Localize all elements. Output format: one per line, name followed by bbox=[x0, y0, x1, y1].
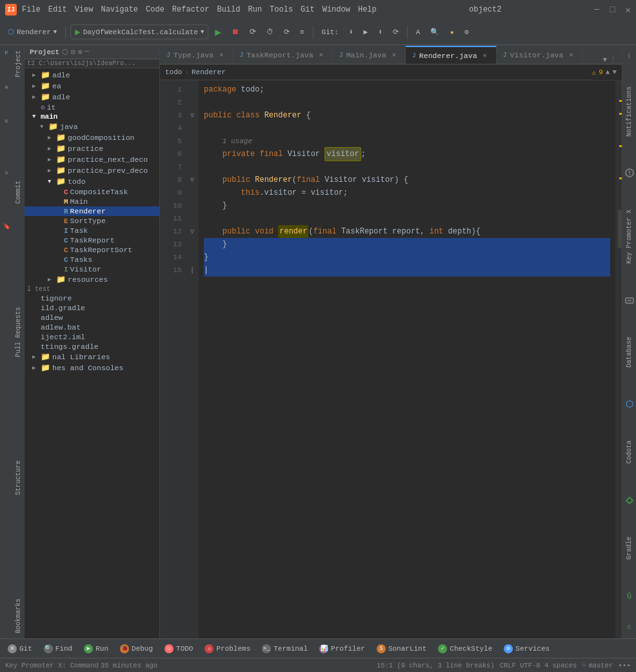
menu-file[interactable]: File bbox=[22, 5, 41, 14]
tab-renderer-java[interactable]: J Renderer.java ✕ bbox=[406, 46, 497, 64]
git-rollback-button[interactable]: ⟳ bbox=[389, 23, 402, 41]
checkstyle-tool-button[interactable]: ✓ CheckStyle bbox=[433, 642, 497, 656]
tree-item-tasks[interactable]: ▶ C Tasks bbox=[25, 255, 159, 264]
sidebar-keypromoter-label[interactable]: Key Promoter X bbox=[624, 204, 634, 269]
tree-item-goodComposition[interactable]: ▶ 📁 goodComposition bbox=[25, 132, 159, 143]
tree-item-adle2[interactable]: ▶ 📁 adle bbox=[25, 92, 159, 103]
tree-item-iml[interactable]: ▶ iject2.iml bbox=[25, 332, 159, 342]
menu-tools[interactable]: Tools bbox=[270, 5, 293, 14]
renderer-dropdown[interactable]: ⬡ Renderer ▼ bbox=[4, 23, 61, 41]
fold-method-icon[interactable]: ▽ bbox=[190, 228, 194, 235]
minimize-button[interactable]: ─ bbox=[594, 5, 599, 15]
tree-item-ea[interactable]: ▶ 📁 ea bbox=[25, 81, 159, 92]
tab-more-icon[interactable]: ⋮ bbox=[610, 55, 617, 64]
close-button[interactable]: ✕ bbox=[626, 5, 631, 15]
sonar-tool-button[interactable]: S SonarLint bbox=[372, 642, 432, 656]
run-config-dropdown[interactable]: ▶ DayOfWeekCalcTest.calculate ▼ bbox=[70, 25, 208, 39]
gradle-icon[interactable]: G bbox=[624, 591, 635, 602]
panel-collapse-icon[interactable]: ⊟ bbox=[71, 48, 75, 56]
problems-tool-button[interactable]: ⚠ Problems bbox=[199, 642, 255, 656]
project-icon-btn[interactable]: P bbox=[1, 48, 12, 59]
tab-taskreport-java[interactable]: J TaskReport.java ✕ bbox=[233, 46, 333, 64]
menu-refactor[interactable]: Refactor bbox=[172, 5, 210, 14]
tab-close-type[interactable]: ✕ bbox=[217, 50, 226, 59]
git-fetch-button[interactable]: ⬆ bbox=[374, 23, 386, 41]
fold-class-icon[interactable]: ▽ bbox=[190, 112, 194, 119]
scrollbar-thumb[interactable] bbox=[618, 210, 622, 248]
profile-button[interactable]: ⏱ bbox=[263, 23, 277, 41]
sidebar-codota-label[interactable]: Codota bbox=[624, 435, 634, 469]
tree-item-main-class[interactable]: ▶ M Main bbox=[25, 197, 159, 206]
menu-navigate[interactable]: Navigate bbox=[101, 5, 138, 14]
tree-item-todo[interactable]: ▼ 📁 todo bbox=[25, 176, 159, 187]
sidebar-label-structure[interactable]: Structure bbox=[14, 455, 23, 500]
git-tool-button[interactable]: ≡ Git bbox=[3, 642, 37, 656]
tree-item-it[interactable]: ▶ ⚙ it bbox=[25, 103, 159, 112]
tree-item-sort-type[interactable]: ▶ E SortType bbox=[25, 216, 159, 226]
menu-edit[interactable]: Edit bbox=[48, 5, 67, 14]
project-tree[interactable]: ▶ 📁 adle ▶ 📁 ea ▶ 📁 adle ▶ ⚙ it bbox=[25, 68, 159, 638]
translate-button[interactable]: A bbox=[412, 23, 424, 41]
tree-item-resources[interactable]: ▶ 📁 resources bbox=[25, 274, 159, 285]
notification-icon[interactable] bbox=[624, 167, 635, 179]
tree-item-task-report-sort[interactable]: ▶ C TaskReportSort bbox=[25, 245, 159, 255]
tree-item-build-gradle[interactable]: ▶ ild.gradle bbox=[25, 303, 159, 313]
tree-item-composite-task[interactable]: ▶ C CompositeTask bbox=[25, 187, 159, 197]
profiler-tool-button[interactable]: 📊 Profiler bbox=[314, 642, 370, 656]
menu-bar[interactable]: File Edit View Navigate Code Refactor Bu… bbox=[22, 5, 377, 14]
todo-tool-button[interactable]: ☑ TODO bbox=[159, 642, 198, 656]
tree-item-practice-prev[interactable]: ▶ 📁 practice_prev_deco bbox=[25, 165, 159, 176]
keypromoter-icon[interactable] bbox=[624, 295, 635, 306]
search-everywhere-button[interactable]: 🔍 bbox=[426, 23, 443, 41]
tree-item-scratches[interactable]: ▶ 📁 hes and Consoles bbox=[25, 362, 159, 373]
sidebar-gradle-label[interactable]: Gradle bbox=[624, 531, 634, 565]
sidebar-label-pullreq[interactable]: Pull Requests bbox=[14, 302, 23, 362]
menu-run[interactable]: Run bbox=[248, 5, 262, 14]
menu-build[interactable]: Build bbox=[217, 5, 240, 14]
sidebar-database-label[interactable]: Database bbox=[624, 331, 634, 373]
structure-icon-btn[interactable]: ≡ bbox=[1, 168, 12, 179]
codota-icon[interactable] bbox=[624, 495, 635, 506]
window-controls[interactable]: ─ □ ✕ bbox=[594, 5, 631, 15]
git-pull-button[interactable]: ⬇ bbox=[345, 23, 357, 41]
code-editor[interactable]: 1 2 3 4 5 6 7 8 9 10 11 12 13 14 15 bbox=[160, 81, 622, 638]
menu-help[interactable]: Help bbox=[358, 5, 377, 14]
fold-constructor-icon[interactable]: ▽ bbox=[190, 176, 194, 184]
panel-expand-icon[interactable]: ⬡ bbox=[62, 48, 68, 56]
panel-close-icon[interactable]: ─ bbox=[84, 48, 89, 56]
commit-icon-btn[interactable]: ⊕ bbox=[1, 81, 12, 93]
tree-item-gradlew-bat[interactable]: ▶ adlew.bat bbox=[25, 322, 159, 332]
memory-indicator[interactable]: ▪▪▪ bbox=[618, 662, 631, 669]
tree-item-settings-gradle[interactable]: ▶ ttings.gradle bbox=[25, 342, 159, 351]
sidebar-label-project[interactable]: Project bbox=[14, 45, 23, 83]
tab-type-java[interactable]: J Type.java ✕ bbox=[160, 46, 233, 64]
tree-item-adle[interactable]: ▶ 📁 adle bbox=[25, 70, 159, 81]
tree-item-main[interactable]: ▼ main bbox=[25, 112, 159, 121]
tree-item-task-report[interactable]: ▶ C TaskReport bbox=[25, 235, 159, 245]
tab-close-main[interactable]: ✕ bbox=[390, 50, 399, 59]
tree-item-practice[interactable]: ▶ 📁 practice bbox=[25, 143, 159, 154]
run-button[interactable]: ▶ bbox=[211, 23, 225, 41]
maximize-button[interactable]: □ bbox=[610, 5, 615, 15]
menu-view[interactable]: View bbox=[75, 5, 94, 14]
tab-main-java[interactable]: J Main.java ✕ bbox=[333, 46, 406, 64]
code-content[interactable]: package todo; public class Renderer { 1 … bbox=[199, 81, 615, 638]
debug-tool-button[interactable]: 🐞 Debug bbox=[115, 642, 158, 656]
reload-button[interactable]: ⟳ bbox=[280, 23, 293, 41]
right-panel-top-icon[interactable]: ⟨ bbox=[624, 50, 635, 62]
tree-item-renderer[interactable]: ▶ R Renderer bbox=[25, 206, 159, 216]
tree-item-tignore[interactable]: ▶ tignore bbox=[25, 293, 159, 303]
warning-nav-down[interactable]: ▼ bbox=[612, 68, 617, 76]
stop-button[interactable]: ⏹ bbox=[228, 23, 243, 41]
tab-close-visitor[interactable]: ✕ bbox=[566, 50, 575, 59]
tree-item-task[interactable]: ▶ I Task bbox=[25, 226, 159, 235]
panel-settings-icon[interactable]: ⚙ bbox=[78, 48, 83, 56]
tree-item-visitor[interactable]: ▶ I Visitor bbox=[25, 264, 159, 274]
find-tool-button[interactable]: 🔍 Find bbox=[39, 642, 77, 656]
tab-close-renderer[interactable]: ✕ bbox=[481, 51, 490, 60]
sidebar-label-bookmarks[interactable]: Bookmarks bbox=[14, 593, 23, 638]
settings-button[interactable]: ⚙ bbox=[461, 23, 473, 41]
sidebar-notifications-label[interactable]: Notifications bbox=[624, 81, 634, 142]
sidebar-label-commit[interactable]: Commit bbox=[14, 175, 23, 209]
pullreq-icon-btn[interactable]: ⇅ bbox=[1, 115, 12, 126]
